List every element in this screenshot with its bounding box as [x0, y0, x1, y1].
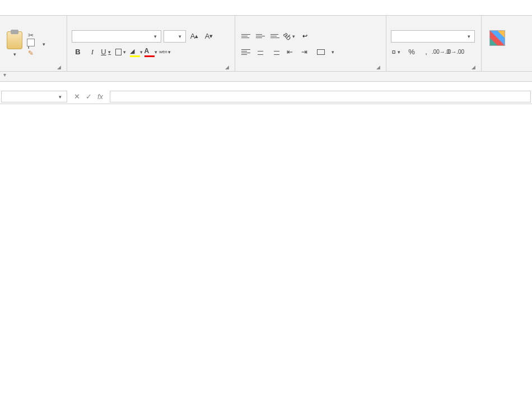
- align-left-button[interactable]: [240, 46, 252, 58]
- border-icon: [115, 49, 122, 55]
- chevron-down-icon: ▾: [176, 34, 183, 39]
- border-button[interactable]: ▾: [115, 46, 128, 58]
- increase-font-button[interactable]: A▴: [188, 30, 200, 43]
- chevron-down-icon[interactable]: ▾: [57, 94, 63, 100]
- group-label-align: [240, 70, 381, 72]
- font-color-button[interactable]: A▾: [144, 46, 157, 58]
- copy-button[interactable]: ▾: [28, 40, 47, 49]
- comma-button[interactable]: ,: [420, 46, 432, 58]
- orientation-button[interactable]: ab▾: [283, 30, 296, 43]
- underline-button[interactable]: U▾: [101, 46, 113, 58]
- align-top-icon: [241, 34, 250, 38]
- chevron-down-icon: ▾: [140, 49, 143, 55]
- group-label-font: [72, 70, 230, 72]
- decrease-font-button[interactable]: A▾: [203, 30, 215, 43]
- italic-button[interactable]: I: [86, 46, 99, 58]
- fill-color-button[interactable]: ◢▾: [130, 46, 142, 58]
- chevron-down-icon: ▾: [465, 34, 472, 39]
- group-label-number: [391, 70, 477, 72]
- conditional-format-button[interactable]: [486, 30, 508, 48]
- align-left-icon: [241, 49, 250, 55]
- align-center-icon: [256, 49, 265, 55]
- brush-icon: ✎: [28, 49, 36, 57]
- quick-access-collapsed[interactable]: ▾: [0, 72, 532, 82]
- paste-button[interactable]: ▾: [4, 31, 25, 57]
- increase-indent-button[interactable]: ⇥: [298, 46, 310, 58]
- column-headers: [0, 104, 532, 116]
- align-middle-button[interactable]: [254, 30, 267, 43]
- ribbon-group-cfmt: [482, 16, 521, 71]
- dialog-launcher-icon[interactable]: ◢: [4, 64, 61, 70]
- fx-icon[interactable]: fx: [97, 92, 103, 101]
- chevron-down-icon: ▾: [329, 49, 336, 55]
- cancel-icon[interactable]: ✕: [74, 92, 80, 101]
- scissors-icon: ✂: [28, 31, 36, 39]
- align-middle-icon: [256, 34, 265, 38]
- chevron-down-icon: ▾: [122, 49, 128, 55]
- paste-icon: [7, 31, 22, 49]
- merge-icon: [317, 49, 325, 55]
- indent-icon: ⇥: [301, 48, 307, 56]
- align-top-button[interactable]: [240, 30, 252, 43]
- wrap-text-button[interactable]: ↩: [302, 32, 310, 40]
- increase-decimal-button[interactable]: .00→.0: [435, 46, 447, 58]
- dialog-launcher-icon[interactable]: ◢: [72, 64, 229, 70]
- font-name-select[interactable]: ▾: [72, 30, 161, 43]
- copy-icon: [28, 40, 29, 49]
- number-format-select[interactable]: ▾: [391, 30, 475, 43]
- conditional-format-icon: [489, 30, 505, 46]
- chevron-down-icon: ▾: [155, 49, 157, 55]
- ribbon: ▾ ✂ ▾ ✎ ◢ ▾ ▾ A▴ A▾ B I U▾ ▾ ◢▾: [0, 16, 532, 72]
- chevron-down-icon: ▾: [396, 49, 403, 55]
- dialog-launcher-icon[interactable]: ◢: [240, 64, 380, 70]
- currency-icon: ¤: [391, 48, 395, 56]
- menu-bar: [0, 0, 532, 16]
- decrease-indent-button[interactable]: ⇤: [283, 46, 296, 58]
- phonetic-button[interactable]: wén▾: [159, 46, 171, 58]
- format-painter-button[interactable]: ✎: [28, 49, 47, 58]
- wrap-icon: ↩: [302, 32, 307, 40]
- percent-button[interactable]: %: [405, 46, 418, 58]
- decrease-decimal-button[interactable]: .0→.00: [449, 46, 461, 58]
- align-bottom-button[interactable]: [269, 30, 281, 43]
- name-box[interactable]: ▾: [1, 91, 67, 102]
- formula-bar: ▾ ✕ ✓ fx: [0, 90, 532, 104]
- align-right-button[interactable]: [269, 46, 281, 58]
- dialog-launcher-icon[interactable]: ◢: [391, 64, 475, 70]
- outdent-icon: ⇤: [287, 48, 293, 56]
- bold-button[interactable]: B: [72, 46, 84, 58]
- ribbon-group-clipboard: ▾ ✂ ▾ ✎ ◢: [0, 16, 67, 71]
- ribbon-group-font: ▾ ▾ A▴ A▾ B I U▾ ▾ ◢▾ A▾ wén▾ ◢: [67, 16, 235, 71]
- chevron-down-icon[interactable]: ▾: [11, 52, 18, 57]
- orientation-icon: ab: [282, 30, 293, 42]
- formula-input[interactable]: [110, 91, 531, 102]
- align-center-button[interactable]: [254, 46, 267, 58]
- merge-center-button[interactable]: ▾: [317, 49, 336, 55]
- font-size-select[interactable]: ▾: [164, 30, 186, 43]
- enter-icon[interactable]: ✓: [86, 92, 92, 101]
- spreadsheet-grid[interactable]: [0, 104, 532, 394]
- chevron-down-icon: ▾: [106, 49, 113, 55]
- accounting-format-button[interactable]: ¤▾: [391, 46, 403, 58]
- ribbon-group-number: ▾ ¤▾ % , .00→.0 .0→.00 ◢: [386, 16, 482, 71]
- group-label-clipboard: [4, 70, 62, 72]
- chevron-down-icon: ▾: [167, 49, 171, 55]
- chevron-down-icon: ▾: [152, 34, 158, 39]
- align-bottom-icon: [270, 34, 279, 38]
- chevron-down-icon[interactable]: ▾: [40, 41, 47, 47]
- ribbon-group-align: ab▾ ↩ ⇤ ⇥ ▾ ◢: [235, 16, 386, 71]
- bucket-icon: ◢: [130, 48, 134, 54]
- align-right-icon: [270, 49, 279, 55]
